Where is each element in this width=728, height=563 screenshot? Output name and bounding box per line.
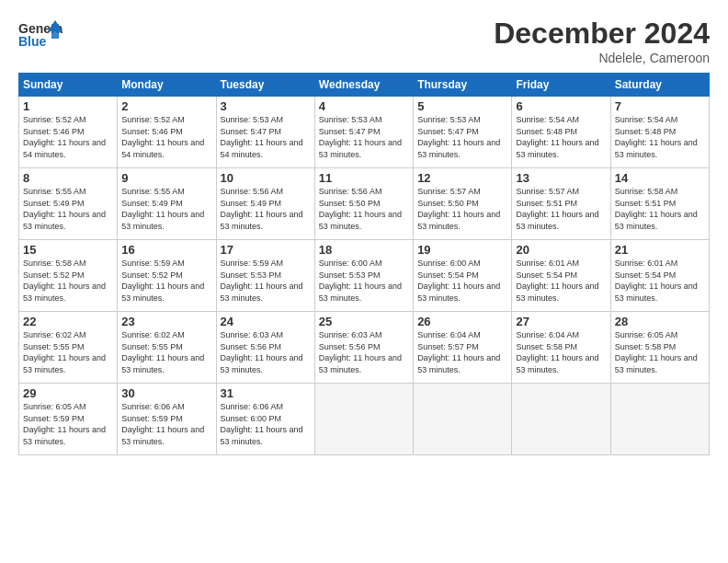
day-number: 1 [23,99,113,113]
day-number: 26 [417,315,507,328]
calendar-cell: 8Sunrise: 5:55 AMSunset: 5:49 PMDaylight… [19,168,118,240]
calendar-table: Sunday Monday Tuesday Wednesday Thursday… [18,73,710,455]
calendar-cell: 30Sunrise: 6:06 AMSunset: 5:59 PMDayligh… [118,384,216,455]
calendar-cell: 18Sunrise: 6:00 AMSunset: 5:53 PMDayligh… [314,240,413,312]
calendar-cell: 31Sunrise: 6:06 AMSunset: 6:00 PMDayligh… [216,384,314,455]
day-number: 5 [417,99,507,113]
day-info: Sunrise: 5:56 AMSunset: 5:49 PMDaylight:… [221,186,311,232]
day-info: Sunrise: 6:03 AMSunset: 5:56 PMDaylight:… [319,329,409,375]
day-number: 28 [615,315,705,328]
day-info: Sunrise: 5:53 AMSunset: 5:47 PMDaylight:… [417,114,507,160]
day-number: 6 [516,99,606,113]
day-number: 4 [319,99,409,113]
day-info: Sunrise: 5:57 AMSunset: 5:50 PMDaylight:… [417,186,507,232]
day-number: 8 [23,171,113,185]
day-number: 2 [121,99,211,113]
day-info: Sunrise: 5:55 AMSunset: 5:49 PMDaylight:… [121,186,211,232]
col-saturday: Saturday [610,74,709,97]
day-number: 30 [121,386,211,400]
col-tuesday: Tuesday [216,74,314,97]
calendar-week-row: 15Sunrise: 5:58 AMSunset: 5:52 PMDayligh… [19,240,710,312]
title-block: December 2024 Ndelele, Cameroon [494,17,710,65]
calendar-cell: 5Sunrise: 5:53 AMSunset: 5:47 PMDaylight… [414,97,512,168]
calendar-cell: 1Sunrise: 5:52 AMSunset: 5:46 PMDaylight… [19,97,118,168]
calendar-cell [512,384,610,455]
col-wednesday: Wednesday [314,74,413,97]
day-info: Sunrise: 5:53 AMSunset: 5:47 PMDaylight:… [221,114,311,160]
col-monday: Monday [118,74,216,97]
calendar-cell [314,384,413,455]
logo: General Blue [18,17,63,52]
day-number: 20 [516,243,606,257]
day-number: 11 [319,171,409,185]
day-number: 22 [23,315,113,328]
col-thursday: Thursday [414,74,512,97]
day-info: Sunrise: 6:01 AMSunset: 5:54 PMDaylight:… [615,258,705,304]
calendar-cell: 25Sunrise: 6:03 AMSunset: 5:56 PMDayligh… [314,312,413,384]
day-number: 21 [615,243,705,257]
day-number: 9 [121,171,211,185]
day-info: Sunrise: 6:06 AMSunset: 6:00 PMDaylight:… [221,401,311,447]
calendar-week-row: 8Sunrise: 5:55 AMSunset: 5:49 PMDaylight… [19,168,710,240]
day-number: 31 [221,386,311,400]
calendar-header-row: Sunday Monday Tuesday Wednesday Thursday… [19,74,710,97]
calendar-title: December 2024 [494,17,710,51]
calendar-cell: 9Sunrise: 5:55 AMSunset: 5:49 PMDaylight… [118,168,216,240]
calendar-cell: 17Sunrise: 5:59 AMSunset: 5:53 PMDayligh… [216,240,314,312]
calendar-cell: 6Sunrise: 5:54 AMSunset: 5:48 PMDaylight… [512,97,610,168]
calendar-cell: 29Sunrise: 6:05 AMSunset: 5:59 PMDayligh… [19,384,118,455]
calendar-cell: 7Sunrise: 5:54 AMSunset: 5:48 PMDaylight… [610,97,709,168]
calendar-cell: 2Sunrise: 5:52 AMSunset: 5:46 PMDaylight… [118,97,216,168]
calendar-cell: 22Sunrise: 6:02 AMSunset: 5:55 PMDayligh… [19,312,118,384]
svg-text:Blue: Blue [18,34,47,49]
calendar-cell: 15Sunrise: 5:58 AMSunset: 5:52 PMDayligh… [19,240,118,312]
day-number: 23 [121,315,211,328]
day-info: Sunrise: 5:58 AMSunset: 5:51 PMDaylight:… [615,186,705,232]
day-number: 27 [516,315,606,328]
day-info: Sunrise: 6:06 AMSunset: 5:59 PMDaylight:… [121,401,211,447]
day-info: Sunrise: 5:52 AMSunset: 5:46 PMDaylight:… [23,114,113,160]
col-friday: Friday [512,74,610,97]
calendar-cell: 20Sunrise: 6:01 AMSunset: 5:54 PMDayligh… [512,240,610,312]
calendar-cell: 13Sunrise: 5:57 AMSunset: 5:51 PMDayligh… [512,168,610,240]
day-info: Sunrise: 5:59 AMSunset: 5:53 PMDaylight:… [221,258,311,304]
calendar-cell: 16Sunrise: 5:59 AMSunset: 5:52 PMDayligh… [118,240,216,312]
day-number: 25 [319,315,409,328]
logo-icon: General Blue [18,17,63,52]
header: General Blue December 2024 Ndelele, Came… [18,17,710,65]
day-number: 12 [417,171,507,185]
day-number: 17 [221,243,311,257]
day-number: 19 [417,243,507,257]
calendar-week-row: 1Sunrise: 5:52 AMSunset: 5:46 PMDaylight… [19,97,710,168]
day-number: 29 [23,386,113,400]
day-info: Sunrise: 6:04 AMSunset: 5:57 PMDaylight:… [417,329,507,375]
calendar-cell: 12Sunrise: 5:57 AMSunset: 5:50 PMDayligh… [414,168,512,240]
day-number: 18 [319,243,409,257]
day-info: Sunrise: 6:03 AMSunset: 5:56 PMDaylight:… [221,329,311,375]
day-number: 16 [121,243,211,257]
calendar-cell: 21Sunrise: 6:01 AMSunset: 5:54 PMDayligh… [610,240,709,312]
calendar-cell: 19Sunrise: 6:00 AMSunset: 5:54 PMDayligh… [414,240,512,312]
day-info: Sunrise: 6:01 AMSunset: 5:54 PMDaylight:… [516,258,606,304]
calendar-cell: 11Sunrise: 5:56 AMSunset: 5:50 PMDayligh… [314,168,413,240]
day-info: Sunrise: 5:56 AMSunset: 5:50 PMDaylight:… [319,186,409,232]
day-info: Sunrise: 5:58 AMSunset: 5:52 PMDaylight:… [23,258,113,304]
day-number: 7 [615,99,705,113]
calendar-cell: 24Sunrise: 6:03 AMSunset: 5:56 PMDayligh… [216,312,314,384]
calendar-cell: 10Sunrise: 5:56 AMSunset: 5:49 PMDayligh… [216,168,314,240]
calendar-cell: 23Sunrise: 6:02 AMSunset: 5:55 PMDayligh… [118,312,216,384]
calendar-week-row: 29Sunrise: 6:05 AMSunset: 5:59 PMDayligh… [19,384,710,455]
day-info: Sunrise: 6:04 AMSunset: 5:58 PMDaylight:… [516,329,606,375]
calendar-cell: 14Sunrise: 5:58 AMSunset: 5:51 PMDayligh… [610,168,709,240]
day-info: Sunrise: 6:05 AMSunset: 5:59 PMDaylight:… [23,401,113,447]
calendar-cell [414,384,512,455]
calendar-cell: 26Sunrise: 6:04 AMSunset: 5:57 PMDayligh… [414,312,512,384]
day-number: 13 [516,171,606,185]
day-info: Sunrise: 5:52 AMSunset: 5:46 PMDaylight:… [121,114,211,160]
calendar-cell [610,384,709,455]
day-number: 24 [221,315,311,328]
calendar-cell: 28Sunrise: 6:05 AMSunset: 5:58 PMDayligh… [610,312,709,384]
day-info: Sunrise: 5:59 AMSunset: 5:52 PMDaylight:… [121,258,211,304]
calendar-cell: 3Sunrise: 5:53 AMSunset: 5:47 PMDaylight… [216,97,314,168]
day-info: Sunrise: 6:00 AMSunset: 5:53 PMDaylight:… [319,258,409,304]
